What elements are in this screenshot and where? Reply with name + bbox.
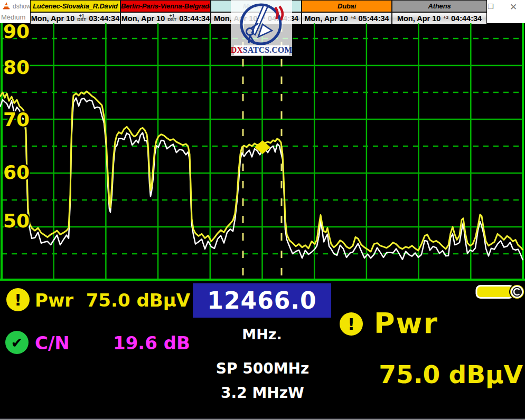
clock-athens-name: Athens — [392, 1, 486, 13]
maximize-button[interactable]: ❒ — [487, 3, 494, 11]
tz-offset: +4 — [351, 16, 356, 20]
clock-lucenec-time: Mon, Apr 10 +1 DST 03:44:34 — [31, 13, 120, 24]
clock-athens-time: Mon, Apr 10 +3 04:44:34 — [392, 13, 486, 24]
frequency-unit: MHz. — [193, 326, 331, 342]
cn-value: 19.6 dB — [85, 332, 190, 354]
spectrum-plot — [0, 23, 525, 281]
desktop-label-dshow: dshow — [13, 3, 31, 10]
clock-berlin: Berlin-Paris-Vienna-Belgrade Mon, Apr 10… — [120, 0, 211, 23]
y-axis-label-80: 80 — [3, 58, 30, 77]
y-axis-label-50: 50 — [3, 212, 30, 231]
logo-text-satcs: SATCS.COM — [243, 45, 292, 54]
clock-time-value: 04:44:34 — [451, 14, 482, 23]
big-pwr-label: Pwr — [374, 307, 438, 340]
clock-athens: Athens Mon, Apr 10 +3 04:44:34 — [392, 0, 487, 23]
y-axis-label-60: 60 — [3, 163, 30, 182]
spectrum-analyzer-screen: dshow Médium Lučenec-Slovakia_R.Dávid Mo… — [0, 0, 525, 420]
clock-lucenec: Lučenec-Slovakia_R.Dávid Mon, Apr 10 +1 … — [30, 0, 120, 23]
logo-text: DXSATCS.COM — [231, 45, 292, 54]
clock-berlin-name: Berlin-Paris-Vienna-Belgrade — [121, 1, 210, 13]
y-axis-label-90: 90 — [3, 22, 30, 41]
big-pwr-warning-icon: ! — [340, 312, 363, 336]
vlc-cone-icon — [2, 2, 11, 9]
clock-date: Mon, Apr 10 — [304, 14, 348, 23]
pwr-warning-icon: ! — [6, 288, 30, 311]
dxsatcs-logo: DXSATCS.COM — [231, 0, 292, 56]
clock-time-value: 03:44:34 — [89, 14, 119, 23]
clock-berlin-time: Mon, Apr 10 +1 DST 03:44:34 — [121, 13, 210, 24]
clock-time-value: 05:44:34 — [359, 14, 389, 23]
bandwidth-readout: 3.2 MHzW — [183, 384, 342, 402]
clock-dubai-time: Mon, Apr 10 +4 05:44:34 — [302, 13, 391, 24]
clock-dubai: Dubai Mon, Apr 10 +4 05:44:34 — [302, 0, 392, 23]
clock-date: Mon, Apr 10 — [121, 14, 165, 23]
tz-dst: DST — [77, 18, 86, 22]
clock-date: Mon, Apr 10 — [397, 14, 440, 23]
clock-tz-offset: +1 DST — [167, 14, 176, 22]
clock-tz-offset: +4 — [351, 16, 356, 20]
trace-maxhold-yellow — [0, 91, 523, 252]
trace-live-white — [0, 98, 523, 261]
frequency-value: 12466.0 — [207, 287, 316, 314]
check-glyph: ✔ — [11, 335, 23, 351]
exclamation-glyph: ! — [14, 290, 22, 309]
clock-tz-offset: +3 — [443, 16, 448, 20]
desktop-label-medium: Médium — [1, 13, 25, 21]
exclamation-glyph: ! — [348, 314, 355, 333]
battery-icon — [474, 283, 525, 301]
center-frequency-display[interactable]: 12466.0 — [193, 283, 331, 318]
tz-offset: +3 — [443, 16, 448, 20]
cn-label: C/N — [35, 332, 70, 354]
y-axis-label-70: 70 — [3, 110, 30, 129]
clock-dubai-name: Dubai — [302, 1, 391, 13]
tz-dst: DST — [167, 18, 176, 22]
clock-lucenec-name: Lučenec-Slovakia_R.Dávid — [31, 1, 120, 13]
pwr-label: Pwr — [35, 290, 73, 311]
logo-text-dx: DX — [231, 45, 243, 54]
close-button[interactable]: ✕ — [510, 2, 517, 13]
big-pwr-value: 75.0 dBμV — [343, 360, 523, 389]
clock-time-value: 03:44:34 — [179, 14, 210, 23]
cn-ok-icon: ✔ — [5, 331, 29, 354]
pwr-value: 75.0 dBμV — [85, 290, 190, 311]
clock-tz-offset: +1 DST — [77, 14, 86, 22]
clock-date: Mon, Apr 10 — [31, 14, 74, 23]
span-readout: SP 500MHz — [183, 360, 342, 377]
